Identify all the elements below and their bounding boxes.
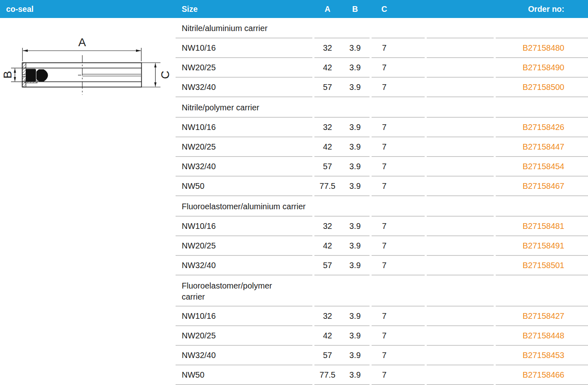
dimension-c-cell: 7 (372, 78, 425, 97)
empty-cell (372, 18, 425, 38)
dimension-b-value: 3.9 (341, 351, 370, 360)
seal-cross-section (22, 55, 142, 95)
order-number-link[interactable]: B27158500 (523, 83, 564, 92)
arrowhead-down-icon (14, 77, 16, 82)
col-header-c: C (372, 4, 397, 14)
dim-c-label: C (159, 71, 172, 79)
table-row: NW10/16323.97B27158481 (176, 217, 588, 236)
dimension-c-cell: 7 (372, 118, 425, 137)
order-cell: B27158501 (496, 256, 588, 275)
dimension-c-cell: 7 (372, 326, 425, 346)
table-row: NW32/40573.97B27158501 (176, 256, 588, 275)
order-cell: B27158447 (496, 137, 588, 157)
order-cell: B27158426 (496, 118, 588, 137)
dimension-c-value: 7 (372, 241, 397, 251)
dimension-b-value: 3.9 (341, 63, 370, 72)
dimension-b-value: 3.9 (341, 311, 370, 321)
size-cell: NW20/25 (176, 137, 312, 157)
col-header-order: Order no: (496, 0, 588, 18)
empty-cell (427, 177, 494, 196)
order-cell: B27158480 (496, 38, 588, 58)
arrowhead-up-icon (14, 69, 16, 73)
order-number-link[interactable]: B27158447 (523, 142, 564, 152)
arrowhead-up-icon (154, 63, 157, 68)
dimension-c-cell: 7 (372, 217, 425, 236)
dimension-c-cell: 7 (372, 38, 425, 58)
dimension-c-cell: 7 (372, 307, 425, 326)
material-group-label: Fluoroelastomer/polymer carrier (176, 275, 312, 307)
dimension-c-value: 7 (372, 351, 397, 360)
order-number-link[interactable]: B27158491 (523, 241, 564, 251)
order-cell: B27158466 (496, 365, 588, 385)
table-row: NW20/25423.97B27158447 (176, 137, 588, 157)
table-row: NW10/16323.97B27158427 (176, 307, 588, 326)
dimension-a-value: 57 (314, 261, 341, 270)
order-cell: B27158427 (496, 307, 588, 326)
empty-cell (496, 97, 588, 118)
dim-b-label: B (1, 71, 14, 79)
size-cell: NW50 (176, 177, 312, 196)
empty-cell (427, 307, 494, 326)
order-number-link[interactable]: B27158453 (523, 351, 564, 360)
dimension-c-value: 7 (372, 63, 397, 72)
dimension-a-b-cell: 323.9 (314, 307, 370, 326)
empty-cell (427, 346, 494, 365)
order-number-link[interactable]: B27158480 (523, 43, 564, 53)
order-number-link[interactable]: B27158454 (523, 162, 564, 171)
table-row: NW20/25423.97B27158448 (176, 326, 588, 346)
dimension-c-value: 7 (372, 181, 397, 191)
order-cell: B27158454 (496, 157, 588, 177)
dimension-c-cell: 7 (372, 58, 425, 78)
order-number-link[interactable]: B27158448 (523, 331, 564, 340)
order-number-link[interactable]: B27158490 (523, 63, 564, 72)
dimension-c-value: 7 (372, 370, 397, 380)
dimension-c-value: 7 (372, 43, 397, 53)
order-number-link[interactable]: B27158466 (523, 370, 564, 380)
empty-cell (427, 236, 494, 256)
order-number-link[interactable]: B27158467 (523, 181, 564, 191)
dimension-a-value: 32 (314, 222, 341, 231)
dimension-b-value: 3.9 (341, 142, 370, 152)
empty-cell (427, 38, 494, 58)
dimension-a-value: 77.5 (314, 181, 341, 191)
size-cell: NW20/25 (176, 58, 312, 78)
dimension-c-value: 7 (372, 311, 397, 321)
material-group-label: Fluoroelastomer/aluminium carrier (176, 196, 312, 217)
dimension-c-cell: 7 (372, 365, 425, 385)
order-cell: B27158491 (496, 236, 588, 256)
dimension-b-value: 3.9 (341, 83, 370, 92)
dimension-a-b-cell: 573.9 (314, 78, 370, 97)
dimension-c-cell: 7 (372, 236, 425, 256)
dimension-a-value: 32 (314, 311, 341, 321)
material-group-label: Nitrile/polymer carrier (176, 97, 312, 118)
dim-a-lines (22, 48, 141, 61)
order-number-link[interactable]: B27158481 (523, 222, 564, 231)
empty-cell (314, 97, 370, 118)
size-cell: NW32/40 (176, 256, 312, 275)
dimension-c-value: 7 (372, 222, 397, 231)
table-header-bar: co-seal Size A B C Order no: (0, 0, 588, 18)
dim-c-lines (142, 63, 160, 87)
order-number-link[interactable]: B27158427 (523, 311, 564, 321)
dimension-b-value: 3.9 (341, 181, 370, 191)
empty-cell (427, 137, 494, 157)
size-cell: NW32/40 (176, 346, 312, 365)
order-cell: B27158467 (496, 177, 588, 196)
arrowhead-down-icon (154, 83, 157, 87)
order-cell: B27158453 (496, 346, 588, 365)
size-cell: NW10/16 (176, 118, 312, 137)
material-group-row: Nitrile/polymer carrier (176, 97, 588, 118)
spec-table: Nitrile/aluminium carrierNW10/16323.97B2… (176, 18, 588, 385)
dimension-c-value: 7 (372, 142, 397, 152)
order-number-link[interactable]: B27158501 (523, 261, 564, 270)
arrowhead-right-icon (136, 49, 141, 52)
order-number-link[interactable]: B27158426 (523, 123, 564, 132)
order-cell: B27158448 (496, 326, 588, 346)
dimension-a-value: 42 (314, 331, 341, 340)
size-cell: NW20/25 (176, 236, 312, 256)
empty-cell (314, 196, 370, 217)
empty-cell (427, 97, 494, 118)
dimension-b-value: 3.9 (341, 370, 370, 380)
empty-cell (427, 118, 494, 137)
dimension-c-value: 7 (372, 261, 397, 270)
